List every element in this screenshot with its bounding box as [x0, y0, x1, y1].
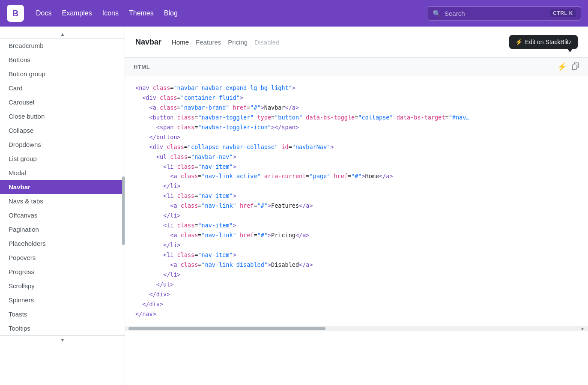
preview-nav-features[interactable]: Features [196, 39, 221, 46]
code-scroll-right-arrow[interactable]: ► [579, 326, 586, 331]
search-placeholder: Search [445, 10, 547, 17]
code-scroll-thumb[interactable] [128, 327, 325, 330]
preview-brand: Navbar [135, 38, 161, 47]
code-horizontal-scrollbar[interactable]: ► [125, 326, 588, 331]
sidebar-item-breadcrumb[interactable]: Breadcrumb [0, 39, 125, 53]
sidebar-item-navs-tabs[interactable]: Navs & tabs [0, 194, 125, 208]
sidebar-item-close-button[interactable]: Close button [0, 109, 125, 123]
sidebar-item-tooltips[interactable]: Tooltips [0, 321, 125, 335]
edit-stackblitz-button[interactable]: ⚡ Edit on StackBlitz [509, 35, 578, 49]
sidebar-item-placeholders[interactable]: Placeholders [0, 236, 125, 251]
sidebar-item-offcanvas[interactable]: Offcanvas [0, 208, 125, 222]
nav-link-themes[interactable]: Themes [129, 9, 154, 17]
search-box[interactable]: 🔍 Search CTRL K [427, 6, 581, 21]
sidebar-scroll-down[interactable]: ▼ [0, 335, 125, 344]
sidebar-item-card[interactable]: Card [0, 81, 125, 95]
code-header: HTML ⚡ 🗍 [125, 58, 588, 76]
sidebar-item-toasts[interactable]: Toasts [0, 307, 125, 321]
content-area: Navbar Home Features Pricing Disabled ⚡ … [125, 27, 588, 385]
nav-link-blog[interactable]: Blog [164, 9, 178, 17]
sidebar-item-list-group[interactable]: List group [0, 152, 125, 166]
preview-navbar: Navbar Home Features Pricing Disabled [135, 38, 279, 47]
sidebar-item-progress[interactable]: Progress [0, 265, 125, 279]
sidebar-item-scrollspy[interactable]: Scrollspy [0, 279, 125, 293]
nav-link-examples[interactable]: Examples [62, 9, 92, 17]
code-actions: ⚡ 🗍 [557, 62, 579, 72]
code-language-label: HTML [134, 64, 150, 70]
code-body: <nav class="navbar navbar-expand-lg bg-l… [125, 76, 588, 326]
nav-link-docs[interactable]: Docs [36, 9, 51, 17]
sidebar-item-pagination[interactable]: Pagination [0, 222, 125, 236]
sidebar-item-modal[interactable]: Modal [0, 166, 125, 180]
stackblitz-icon: ⚡ [515, 39, 522, 45]
preview-nav-home[interactable]: Home [172, 39, 189, 46]
sidebar-item-button-group[interactable]: Button group [0, 67, 125, 81]
preview-section: Navbar Home Features Pricing Disabled ⚡ … [125, 27, 588, 58]
search-icon: 🔍 [433, 9, 441, 18]
top-navigation: B Docs Examples Icons Themes Blog 🔍 Sear… [0, 0, 588, 27]
search-shortcut: CTRL K [550, 9, 576, 17]
sidebar-scrollbar-thumb[interactable] [122, 176, 125, 245]
copy-code-button[interactable]: 🗍 [572, 63, 579, 72]
edit-stackblitz-label: Edit on StackBlitz [525, 39, 572, 45]
main-layout: ▲ Breadcrumb Buttons Button group Card C… [0, 27, 588, 385]
brand-logo[interactable]: B [7, 5, 24, 22]
top-nav-links: Docs Examples Icons Themes Blog [36, 9, 178, 17]
sidebar-item-popovers[interactable]: Popovers [0, 251, 125, 265]
stackblitz-code-icon[interactable]: ⚡ [557, 62, 567, 72]
sidebar: ▲ Breadcrumb Buttons Button group Card C… [0, 27, 125, 385]
nav-link-icons[interactable]: Icons [102, 9, 119, 17]
sidebar-item-navbar[interactable]: Navbar [0, 180, 125, 194]
preview-nav-links: Home Features Pricing Disabled [172, 39, 279, 46]
code-section: HTML ⚡ 🗍 <nav class="navbar navbar-expan… [125, 58, 588, 385]
preview-nav-pricing[interactable]: Pricing [228, 39, 248, 46]
sidebar-item-dropdowns[interactable]: Dropdowns [0, 137, 125, 152]
sidebar-item-collapse[interactable]: Collapse [0, 123, 125, 137]
preview-nav-disabled: Disabled [254, 39, 279, 46]
sidebar-item-buttons[interactable]: Buttons [0, 53, 125, 67]
sidebar-item-carousel[interactable]: Carousel [0, 95, 125, 109]
sidebar-scroll-up[interactable]: ▲ [0, 30, 125, 39]
sidebar-item-spinners[interactable]: Spinners [0, 293, 125, 307]
